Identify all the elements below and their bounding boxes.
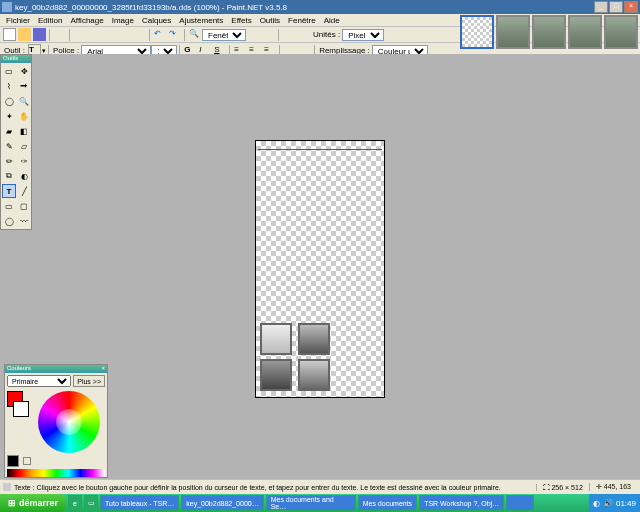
redo-icon[interactable]: ↷ <box>168 28 181 41</box>
color-mode-select[interactable]: Primaire <box>7 375 71 387</box>
palette-bar[interactable] <box>7 469 105 477</box>
recolor-tool[interactable]: ◐ <box>17 169 31 183</box>
ellipse-tool[interactable]: ◯ <box>2 214 16 228</box>
close-button[interactable]: × <box>624 1 638 13</box>
doc-thumb-5[interactable] <box>604 15 638 49</box>
zoom-tool[interactable]: 🔍 <box>17 94 31 108</box>
canvas[interactable] <box>255 140 385 398</box>
colors-window[interactable]: Couleurs× Primaire Plus >> <box>4 364 108 478</box>
copy-icon[interactable] <box>88 28 101 41</box>
units-label: Unités : <box>311 30 342 39</box>
task-4[interactable]: Mes documents <box>358 495 417 511</box>
pencil-tool[interactable]: ✏ <box>2 154 16 168</box>
paste-icon[interactable] <box>103 28 116 41</box>
status-size: ⛶ 256 × 512 <box>536 484 589 491</box>
picker-tool[interactable]: ✑ <box>17 154 31 168</box>
menu-layers[interactable]: Calques <box>138 16 175 25</box>
line-tool[interactable]: ╱ <box>17 184 31 198</box>
ellipse-sel-tool[interactable]: ◯ <box>2 94 16 108</box>
black-swatch[interactable] <box>7 455 19 467</box>
text-tool[interactable]: T <box>2 184 16 198</box>
undo-icon[interactable]: ↶ <box>153 28 166 41</box>
tray-icon[interactable]: ◐ <box>593 499 600 508</box>
cut-icon[interactable] <box>73 28 86 41</box>
quick-ie-icon[interactable]: e <box>68 495 82 511</box>
freeform-tool[interactable]: 〰 <box>17 214 31 228</box>
doc-thumb-3[interactable] <box>532 15 566 49</box>
task-5[interactable]: TSR Workshop ?, Obj… <box>419 495 504 511</box>
clock[interactable]: 01:49 <box>616 499 636 508</box>
task-6[interactable] <box>506 495 534 511</box>
win1-icon[interactable] <box>385 28 398 41</box>
window-title: key_00b2d882_00000000_3285f1fd33193b/a.d… <box>15 3 594 12</box>
new-icon[interactable] <box>3 28 16 41</box>
zoomout-icon[interactable] <box>262 28 275 41</box>
menu-adjust[interactable]: Ajustements <box>175 16 227 25</box>
secondary-swatch[interactable] <box>13 401 29 417</box>
menu-image[interactable]: Image <box>108 16 138 25</box>
start-button[interactable]: ⊞démarrer <box>0 494 66 512</box>
status-icon <box>3 483 11 491</box>
menu-window[interactable]: Fenêtre <box>284 16 320 25</box>
lasso-tool[interactable]: ⌇ <box>2 79 16 93</box>
pan-tool[interactable]: ✋ <box>17 109 31 123</box>
win4-icon[interactable] <box>430 28 443 41</box>
status-pos: ✛ 445, 163 <box>589 483 637 491</box>
units-select[interactable]: Pixels <box>342 29 384 41</box>
brush-tool[interactable]: ✎ <box>2 139 16 153</box>
crop-icon[interactable] <box>118 28 131 41</box>
taskbar: ⊞démarrer e ▭ Tuto tableaux - TSR… key_0… <box>0 494 640 512</box>
round-rect-tool[interactable]: ▢ <box>17 199 31 213</box>
deselect-icon[interactable] <box>133 28 146 41</box>
move-sel-tool[interactable]: ⮕ <box>17 79 31 93</box>
doc-thumb-1[interactable] <box>460 15 494 49</box>
minimize-button[interactable]: _ <box>594 1 608 13</box>
wand-tool[interactable]: ✦ <box>2 109 16 123</box>
rect-select-tool[interactable]: ▭ <box>2 64 16 78</box>
zoomin-icon[interactable] <box>247 28 260 41</box>
task-2[interactable]: key_00b2d882_0000… <box>181 495 263 511</box>
gradient-tool[interactable]: ◧ <box>17 124 31 138</box>
win3-icon[interactable] <box>415 28 428 41</box>
task-3[interactable]: Mes documents and Se… <box>266 495 356 511</box>
ruler-icon[interactable] <box>297 28 310 41</box>
toolbox-title: Outils <box>1 55 31 63</box>
titlebar: key_00b2d882_00000000_3285f1fd33193b/a.d… <box>0 0 640 14</box>
system-tray[interactable]: ◐ 🔊 01:49 <box>589 494 640 512</box>
grid-icon[interactable] <box>282 28 295 41</box>
app-icon <box>2 2 12 12</box>
doc-thumb-4[interactable] <box>568 15 602 49</box>
color-wheel[interactable] <box>38 391 100 453</box>
menu-tools[interactable]: Outils <box>256 16 284 25</box>
canvas-photo-3 <box>260 359 292 391</box>
document-thumbs <box>460 15 638 49</box>
colors-title: Couleurs <box>7 365 31 373</box>
task-1[interactable]: Tuto tableaux - TSR… <box>100 495 179 511</box>
swap-icon[interactable] <box>23 457 31 465</box>
save-icon[interactable] <box>33 28 46 41</box>
tray-icon[interactable]: 🔊 <box>603 499 613 508</box>
doc-thumb-2[interactable] <box>496 15 530 49</box>
quick-desktop-icon[interactable]: ▭ <box>84 495 98 511</box>
maximize-button[interactable]: □ <box>609 1 623 13</box>
win2-icon[interactable] <box>400 28 413 41</box>
eraser-tool[interactable]: ▱ <box>17 139 31 153</box>
open-icon[interactable] <box>18 28 31 41</box>
colors-close-icon[interactable]: × <box>101 365 105 373</box>
canvas-photo-1 <box>260 323 292 355</box>
menu-effects[interactable]: Effets <box>227 16 255 25</box>
menu-edit[interactable]: Edition <box>34 16 66 25</box>
menu-file[interactable]: Fichier <box>2 16 34 25</box>
menu-view[interactable]: Affichage <box>66 16 107 25</box>
colors-more-button[interactable]: Plus >> <box>73 375 105 387</box>
rect-tool[interactable]: ▭ <box>2 199 16 213</box>
zoom-icon[interactable]: 🔍 <box>188 28 201 41</box>
clone-tool[interactable]: ⧉ <box>2 169 16 183</box>
fill-tool[interactable]: ▰ <box>2 124 16 138</box>
toolbox: Outils ▭ ✥ ⌇ ⮕ ◯ 🔍 ✦ ✋ ▰ ◧ ✎ ▱ ✏ ✑ ⧉ ◐ T… <box>0 54 32 230</box>
status-hint: Texte : Cliquez avec le bouton gauche po… <box>14 484 536 491</box>
menu-help[interactable]: Aide <box>320 16 344 25</box>
print-icon[interactable] <box>53 28 66 41</box>
move-tool[interactable]: ✥ <box>17 64 31 78</box>
zoom-select[interactable]: Fenêtre <box>202 29 246 41</box>
